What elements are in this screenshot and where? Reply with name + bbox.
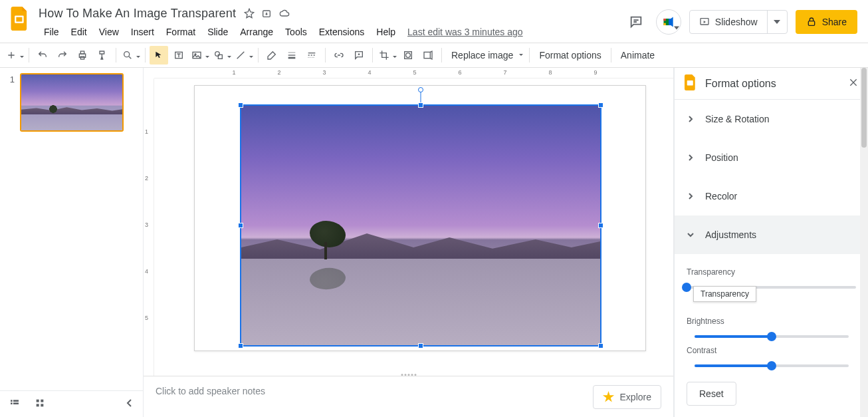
resize-handle[interactable] [238, 343, 243, 348]
svg-rect-1 [16, 17, 22, 22]
slide-thumbnail[interactable] [20, 73, 124, 132]
border-dash-button[interactable] [302, 46, 321, 65]
resize-handle[interactable] [418, 343, 423, 348]
move-icon[interactable] [261, 8, 272, 19]
menu-extensions[interactable]: Extensions [314, 24, 370, 40]
undo-button[interactable] [33, 46, 52, 65]
transparency-tooltip: Transparency [693, 286, 756, 302]
menu-file[interactable]: File [39, 24, 64, 40]
last-edit-link[interactable]: Last edit was 3 minutes ago [407, 27, 523, 37]
section-size-rotation[interactable]: Size & Rotation [675, 100, 868, 138]
slide-number: 1 [7, 73, 15, 132]
contrast-label: Contrast [687, 346, 856, 355]
svg-rect-24 [41, 404, 43, 406]
resize-handle[interactable] [598, 102, 603, 108]
border-color-button[interactable] [263, 46, 281, 65]
menu-view[interactable]: View [94, 24, 124, 40]
shape-button[interactable] [211, 46, 232, 65]
slider-knob[interactable] [767, 361, 776, 370]
transparency-label: Transparency [687, 267, 856, 277]
slide[interactable] [194, 85, 646, 351]
star-icon[interactable] [244, 8, 255, 19]
zoom-button[interactable] [120, 46, 141, 65]
menu-help[interactable]: Help [371, 24, 401, 40]
redo-button[interactable] [53, 46, 72, 65]
notes-placeholder: Click to add speaker notes [156, 386, 265, 396]
contrast-slider[interactable] [695, 364, 849, 367]
section-recolor[interactable]: Recolor [675, 177, 868, 215]
collapse-filmstrip-icon[interactable] [126, 398, 134, 410]
svg-rect-20 [13, 402, 19, 404]
svg-rect-22 [41, 400, 43, 402]
new-slide-button[interactable] [4, 46, 25, 65]
slider-knob[interactable] [767, 332, 776, 341]
select-tool[interactable] [150, 46, 168, 65]
svg-rect-6 [80, 51, 84, 54]
chevron-right-icon [687, 154, 695, 162]
cloud-status-icon[interactable] [278, 8, 290, 19]
format-options-button[interactable]: Format options [534, 46, 606, 65]
svg-point-15 [406, 53, 411, 58]
chevron-right-icon [687, 192, 695, 200]
textbox-button[interactable] [169, 46, 188, 65]
resize-handle[interactable] [238, 223, 243, 228]
slideshow-button[interactable]: Slideshow [690, 17, 767, 27]
sidebar-title: Format options [705, 78, 776, 90]
mask-button[interactable] [399, 46, 417, 65]
close-sidebar-icon[interactable] [848, 77, 859, 90]
filmstrip-view-icon[interactable] [9, 398, 20, 410]
document-title[interactable]: How To Make An Image Transparent [39, 7, 236, 21]
paint-format-button[interactable] [93, 46, 112, 65]
resize-handle[interactable] [418, 102, 423, 108]
replace-image-button[interactable]: Replace image [446, 46, 525, 65]
section-position[interactable]: Position [675, 138, 868, 177]
section-adjustments[interactable]: Adjustments [675, 215, 868, 254]
comment-button[interactable] [350, 46, 368, 65]
resize-handle[interactable] [598, 223, 603, 228]
brightness-slider[interactable] [695, 335, 849, 338]
menu-slide[interactable]: Slide [202, 24, 233, 40]
svg-rect-19 [13, 400, 19, 402]
image-button[interactable] [189, 46, 210, 65]
menu-edit[interactable]: Edit [66, 24, 92, 40]
link-button[interactable] [330, 46, 348, 65]
notes-drag-handle[interactable] [401, 374, 416, 376]
chevron-right-icon [687, 115, 695, 123]
sidebar-scrollbar[interactable] [860, 68, 868, 417]
menu-format[interactable]: Format [161, 24, 201, 40]
animate-button[interactable]: Animate [615, 46, 660, 65]
slideshow-dropdown[interactable] [767, 11, 787, 33]
format-options-sidebar: Format options Size & Rotation Position … [674, 68, 868, 417]
explore-button[interactable]: Explore [593, 385, 661, 409]
grid-view-icon[interactable] [35, 398, 45, 410]
slides-logo[interactable] [7, 5, 33, 32]
print-button[interactable] [73, 46, 92, 65]
reset-image-button[interactable] [419, 46, 437, 65]
border-weight-button[interactable] [282, 46, 301, 65]
share-button[interactable]: Share [796, 10, 857, 34]
svg-rect-16 [424, 52, 430, 58]
resize-handle[interactable] [238, 102, 243, 108]
menu-insert[interactable]: Insert [126, 24, 160, 40]
rotate-handle[interactable] [418, 87, 423, 92]
resize-handle[interactable] [598, 343, 603, 348]
toolbar: Replace image Format options Animate [0, 43, 868, 68]
filmstrip[interactable]: 1 [0, 68, 144, 417]
menu-tools[interactable]: Tools [280, 24, 312, 40]
slide-canvas[interactable] [154, 78, 673, 376]
crop-button[interactable] [377, 46, 397, 65]
speaker-notes[interactable]: Click to add speaker notes Explore [144, 376, 673, 417]
menu-arrange[interactable]: Arrange [235, 24, 278, 40]
svg-point-12 [215, 52, 220, 57]
reset-button[interactable]: Reset [687, 382, 736, 406]
slider-knob[interactable] [682, 283, 691, 292]
slideshow-label: Slideshow [715, 17, 758, 27]
comments-icon[interactable] [624, 10, 648, 34]
svg-rect-23 [37, 404, 39, 406]
chevron-down-icon [687, 231, 695, 239]
svg-point-8 [124, 52, 130, 57]
vertical-ruler: 1 2 3 4 5 [144, 78, 154, 376]
selected-image[interactable] [241, 106, 600, 345]
line-button[interactable] [233, 46, 254, 65]
meet-button[interactable] [656, 9, 681, 35]
